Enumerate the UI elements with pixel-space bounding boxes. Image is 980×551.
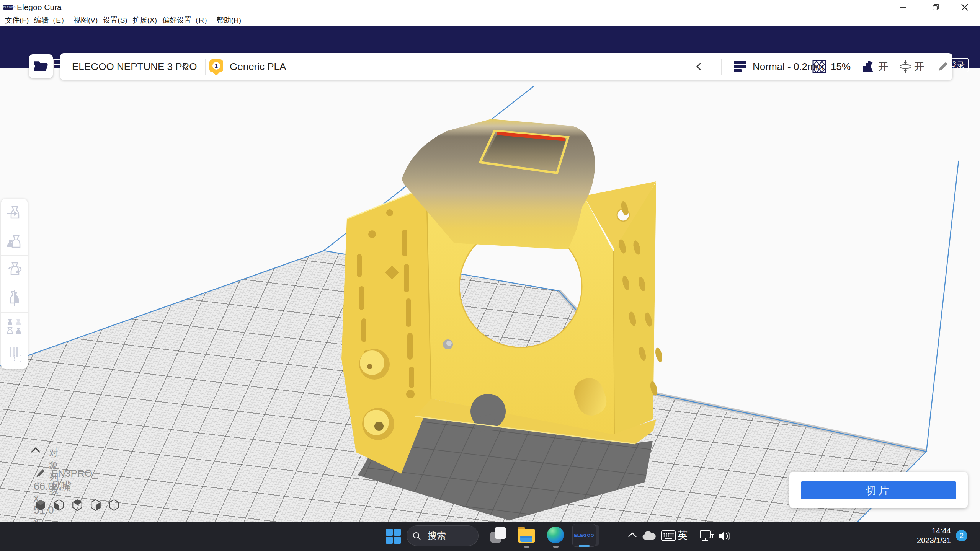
file-explorer-button[interactable] bbox=[518, 527, 535, 545]
ethernet-icon[interactable] bbox=[700, 530, 714, 543]
edge-browser-button[interactable] bbox=[547, 527, 564, 543]
start-button[interactable] bbox=[386, 529, 401, 544]
search-label: 搜索 bbox=[428, 530, 446, 542]
printer-name: ELEGOO NEPTUNE 3 PRO bbox=[72, 61, 197, 73]
material-name: Generic PLA bbox=[230, 61, 286, 73]
open-file-button[interactable] bbox=[29, 54, 53, 78]
restore-icon bbox=[932, 4, 939, 11]
material-selector[interactable]: Generic PLA bbox=[230, 53, 286, 80]
configuration-toolbar: ELEGOO NEPTUNE 3 PRO 1 Generic PLA Norma… bbox=[60, 53, 952, 80]
taskbar-search[interactable]: 搜索 bbox=[407, 525, 479, 546]
tray-expand-chevron-icon[interactable] bbox=[628, 532, 637, 538]
windows-taskbar: 搜索 ELEGOO bbox=[0, 522, 980, 551]
menu-edit[interactable]: 编辑（E） bbox=[31, 15, 71, 25]
edge-running-indicator bbox=[553, 546, 559, 548]
mirror-tool-button[interactable] bbox=[1, 284, 28, 313]
extruder-icon[interactable]: 1 bbox=[209, 59, 223, 72]
menu-preferences[interactable]: 偏好设置（R） bbox=[160, 15, 214, 25]
system-tray: 英 14:44 2023/1/31 2 bbox=[800, 522, 980, 551]
clock-time: 14:44 bbox=[917, 526, 951, 536]
toolbar-separator-2 bbox=[721, 59, 722, 75]
move-icon bbox=[6, 204, 23, 222]
rename-pencil-icon[interactable] bbox=[35, 468, 45, 478]
taskbar-clock[interactable]: 14:44 2023/1/31 bbox=[917, 526, 951, 545]
adhesion-icon bbox=[899, 53, 912, 80]
cura-app-button[interactable]: ELEGOO bbox=[572, 524, 596, 547]
scene-graphics bbox=[0, 0, 980, 551]
move-tool-button[interactable] bbox=[1, 199, 28, 227]
per-model-settings-button[interactable] bbox=[1, 313, 28, 341]
open-folder-icon bbox=[33, 60, 49, 73]
model-en3pro[interactable] bbox=[341, 119, 676, 474]
window-titlebar[interactable]: ELEGOO Elegoo Cura bbox=[0, 0, 980, 15]
rotate-tool-button[interactable] bbox=[1, 256, 28, 284]
support-state[interactable]: 开 bbox=[878, 53, 888, 80]
view-front-button[interactable] bbox=[53, 499, 65, 511]
adhesion-state[interactable]: 开 bbox=[914, 53, 924, 80]
infill-value[interactable]: 15% bbox=[831, 53, 851, 80]
settings-collapse-chevron-icon[interactable] bbox=[697, 53, 703, 80]
file-explorer-icon bbox=[518, 527, 535, 543]
printer-collapse-chevron-icon[interactable] bbox=[183, 53, 189, 80]
minimize-button[interactable] bbox=[891, 0, 914, 15]
viewport-3d[interactable]: 对象列表 EN3PRO_风嘴 66.0 x 51.0 x 91.6 mm bbox=[0, 0, 980, 551]
menu-file[interactable]: 文件(F) bbox=[2, 15, 31, 25]
mirror-icon bbox=[6, 289, 23, 307]
onedrive-cloud-icon[interactable] bbox=[641, 530, 657, 540]
close-button[interactable] bbox=[953, 0, 976, 15]
extruder-number: 1 bbox=[212, 62, 220, 70]
task-view-icon bbox=[490, 527, 507, 544]
menu-extensions[interactable]: 扩展(X) bbox=[130, 15, 160, 25]
edit-settings-button[interactable] bbox=[937, 53, 949, 80]
action-panel: 切片 bbox=[789, 472, 968, 508]
menu-settings[interactable]: 设置(S) bbox=[100, 15, 130, 25]
edge-icon bbox=[547, 527, 564, 543]
explorer-running-indicator bbox=[524, 546, 529, 548]
task-view-button[interactable] bbox=[490, 527, 507, 546]
view-right-button[interactable] bbox=[108, 499, 120, 511]
support-icon bbox=[862, 53, 875, 80]
menu-bar: 文件(F) 编辑（E） 视图(V) 设置(S) 扩展(X) 偏好设置（R） 帮助… bbox=[0, 15, 980, 26]
volume-icon[interactable] bbox=[718, 530, 732, 542]
infill-icon bbox=[812, 53, 826, 80]
view-3d-button[interactable] bbox=[34, 499, 47, 511]
restore-button[interactable] bbox=[924, 0, 947, 15]
app-window: 对象列表 EN3PRO_风嘴 66.0 x 51.0 x 91.6 mm bbox=[0, 0, 980, 551]
cura-active-indicator bbox=[579, 545, 590, 547]
touch-keyboard-icon[interactable] bbox=[661, 530, 676, 541]
view-left-button[interactable] bbox=[90, 499, 102, 511]
rotate-icon bbox=[6, 261, 23, 279]
view-top-button[interactable] bbox=[71, 499, 83, 511]
layer-height-icon bbox=[733, 53, 746, 80]
notification-badge[interactable]: 2 bbox=[956, 530, 967, 541]
tool-rail bbox=[1, 199, 28, 369]
menu-help[interactable]: 帮助(H) bbox=[214, 15, 244, 25]
clock-date: 2023/1/31 bbox=[917, 536, 951, 545]
collapse-chevron-icon[interactable] bbox=[31, 447, 41, 453]
scale-icon bbox=[6, 233, 23, 250]
scale-tool-button[interactable] bbox=[1, 227, 28, 256]
toolbar-separator bbox=[205, 59, 206, 75]
ime-indicator[interactable]: 英 bbox=[678, 529, 688, 542]
slice-button[interactable]: 切片 bbox=[801, 481, 956, 499]
support-blocker-button[interactable] bbox=[1, 341, 28, 369]
per-model-settings-icon bbox=[6, 318, 23, 335]
cura-taskbar-icon: ELEGOO bbox=[574, 533, 594, 538]
model-name[interactable]: EN3PRO_风嘴 bbox=[51, 468, 98, 493]
menu-view[interactable]: 视图(V) bbox=[71, 15, 100, 25]
printer-selector[interactable]: ELEGOO NEPTUNE 3 PRO bbox=[72, 53, 197, 80]
search-icon bbox=[412, 531, 421, 541]
support-blocker-icon bbox=[6, 346, 23, 364]
app-window-icon: ELEGOO bbox=[3, 5, 13, 10]
window-title: Elegoo Cura bbox=[17, 3, 62, 12]
pencil-icon bbox=[937, 61, 949, 72]
close-icon bbox=[960, 3, 969, 11]
